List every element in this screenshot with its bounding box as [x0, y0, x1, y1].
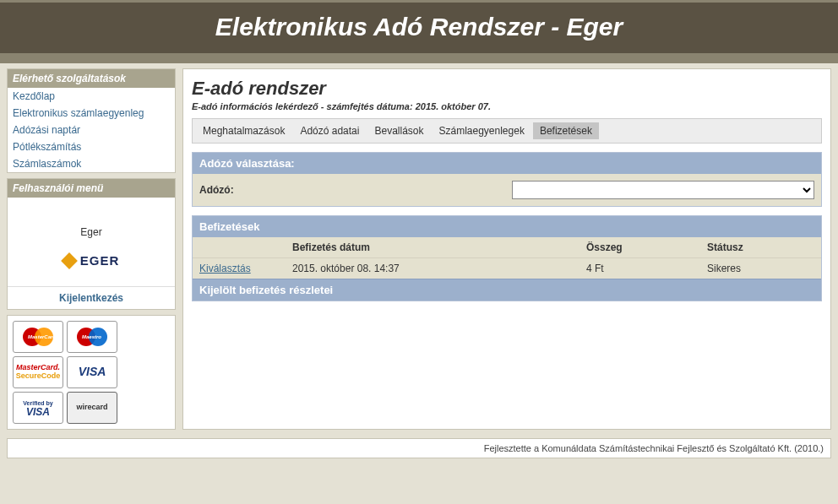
mastercard-icon: MasterCard: [13, 321, 63, 353]
verified-by-visa-icon: Verified byVISA: [13, 392, 63, 424]
col-select: [193, 237, 286, 258]
selector-panel-title: Adózó választása:: [193, 153, 821, 174]
payments-panel: Befizetések Befizetés dátum Összeg Státu…: [192, 215, 822, 301]
footer-text: Fejlesztette a Komunáldata Számítástechn…: [484, 443, 824, 453]
tab-befizetesek[interactable]: Befizetések: [533, 122, 599, 139]
sidebar-item-szamlaegyenleg[interactable]: Elektronikus számlaegyenleg: [8, 105, 175, 122]
eger-logo: EGER: [63, 245, 120, 281]
usermenu-box: Felhasználói menü Eger EGER Kijelentkezé…: [7, 178, 176, 310]
services-box: Elérhető szolgáltatások Kezdőlap Elektro…: [7, 68, 176, 173]
user-city: Eger: [13, 203, 170, 245]
diamond-icon: [61, 252, 78, 269]
page-subtitle: E-adó információs lekérdező - számfejtés…: [192, 100, 822, 118]
sidebar-item-potlekszamitas[interactable]: Pótlékszámítás: [8, 138, 175, 155]
sidebar-item-szamlaszamok[interactable]: Számlaszámok: [8, 155, 175, 172]
select-row-link[interactable]: Kiválasztás: [199, 263, 251, 274]
logout-link[interactable]: Kijelentkezés: [8, 286, 175, 309]
wirecard-icon: wirecard: [67, 392, 117, 424]
services-title: Elérhető szolgáltatások: [8, 69, 175, 88]
selector-panel: Adózó választása: Adózó:: [192, 152, 822, 207]
cell-amount: 4 Ft: [580, 258, 700, 279]
page-title: E-adó rendszer: [192, 74, 822, 100]
adozo-select[interactable]: [512, 181, 814, 199]
adozo-label: Adózó:: [199, 184, 503, 196]
header: Elektronikus Adó Rendszer - Eger: [0, 0, 838, 63]
eger-logo-text: EGER: [80, 253, 120, 268]
securecode-icon: MasterCard.SecureCode: [13, 356, 63, 388]
tab-bar: Meghatalmazások Adózó adatai Bevallások …: [192, 118, 822, 144]
tab-bevallasok[interactable]: Bevallások: [367, 122, 430, 139]
details-panel-title: Kijelölt befizetés részletei: [193, 279, 821, 301]
tab-adozo-adatai[interactable]: Adózó adatai: [293, 122, 366, 139]
tab-meghatalmazasok[interactable]: Meghatalmazások: [196, 122, 291, 139]
cell-status: Sikeres: [700, 258, 821, 279]
maestro-icon: Maestro: [67, 321, 117, 353]
table-row: Kiválasztás 2015. október 08. 14:37 4 Ft…: [193, 258, 821, 279]
site-title: Elektronikus Adó Rendszer - Eger: [0, 13, 838, 41]
cell-date: 2015. október 08. 14:37: [286, 258, 580, 279]
col-status: Státusz: [700, 237, 821, 258]
usermenu-title: Felhasználói menü: [8, 179, 175, 198]
footer: Fejlesztette a Komunáldata Számítástechn…: [7, 438, 831, 458]
payments-panel-title: Befizetések: [193, 216, 821, 237]
visa-icon: VISA: [67, 356, 117, 388]
main-content: E-adó rendszer E-adó információs lekérde…: [182, 68, 831, 430]
tab-szamlaegyenlegek[interactable]: Számlaegyenlegek: [432, 122, 531, 139]
col-amount: Összeg: [580, 237, 700, 258]
col-date: Befizetés dátum: [286, 237, 580, 258]
sidebar: Elérhető szolgáltatások Kezdőlap Elektro…: [7, 68, 176, 430]
payment-cards: MasterCard Maestro MasterCard.SecureCode…: [7, 315, 176, 430]
payments-table: Befizetés dátum Összeg Státusz Kiválaszt…: [193, 237, 821, 279]
sidebar-item-adozasi-naptar[interactable]: Adózási naptár: [8, 122, 175, 138]
sidebar-item-kezdolap[interactable]: Kezdőlap: [8, 88, 175, 105]
